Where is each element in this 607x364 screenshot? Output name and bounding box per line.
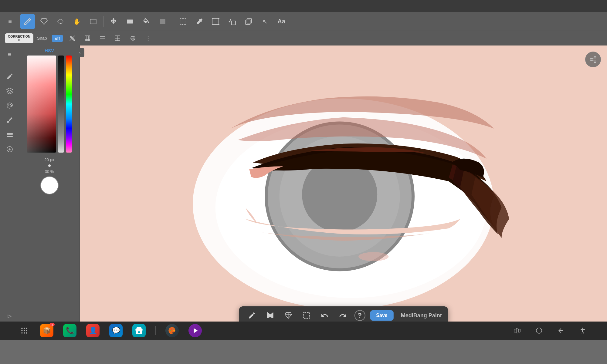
svg-line-55 xyxy=(592,58,594,59)
edit-icon-btn[interactable] xyxy=(3,70,16,83)
panel-collapse-btn[interactable]: ‹ xyxy=(75,48,84,57)
move-tool-btn[interactable] xyxy=(106,14,121,29)
svg-rect-71 xyxy=(514,329,516,332)
add-circle-btn[interactable] xyxy=(3,143,16,156)
stamp-tool-btn[interactable] xyxy=(36,14,52,29)
back-btn[interactable] xyxy=(555,325,567,337)
text-tool-btn[interactable]: Aa xyxy=(274,14,289,29)
svg-rect-10 xyxy=(232,21,236,25)
brush-size-preview xyxy=(22,162,77,169)
svg-rect-11 xyxy=(246,20,250,24)
forward-btn[interactable]: ⊳ xyxy=(3,309,16,323)
correction-badge[interactable]: CORRECTION 0 xyxy=(5,33,33,43)
correction-label: CORRECTION xyxy=(8,35,30,38)
home-btn[interactable] xyxy=(533,325,545,337)
grid-overlay-btn[interactable] xyxy=(82,32,93,44)
svg-point-57 xyxy=(21,328,22,329)
layers-icon-btn[interactable] xyxy=(3,84,16,98)
brush-settings-btn[interactable] xyxy=(3,113,16,127)
lasso-tool-btn[interactable] xyxy=(53,14,68,29)
parallel-overlay-btn[interactable] xyxy=(97,32,108,44)
save-button[interactable]: Save xyxy=(370,310,393,321)
recent-apps-btn[interactable] xyxy=(511,325,523,337)
svg-point-60 xyxy=(21,330,22,331)
svg-point-62 xyxy=(26,330,27,331)
svg-point-75 xyxy=(582,328,583,329)
system-bar xyxy=(0,0,607,12)
oblique-overlay-btn[interactable] xyxy=(112,32,124,44)
color-square-btn[interactable] xyxy=(155,14,170,29)
bottom-pencil-btn[interactable] xyxy=(263,309,276,322)
layer-copy-btn[interactable] xyxy=(241,14,256,29)
bottom-help-btn[interactable]: ? xyxy=(354,310,365,321)
pen-tool-btn[interactable] xyxy=(20,14,35,29)
svg-point-34 xyxy=(8,104,9,105)
contacts-app-icon[interactable]: 👤 xyxy=(86,324,100,337)
size-dot xyxy=(48,164,51,167)
svg-line-54 xyxy=(592,60,594,61)
bottom-pen-btn[interactable] xyxy=(245,309,258,322)
free-transform-btn[interactable] xyxy=(225,14,240,29)
svg-point-65 xyxy=(26,332,27,333)
messages-app-icon[interactable]: 💬 xyxy=(109,324,123,337)
share-btn[interactable] xyxy=(585,52,601,67)
drawing-canvas[interactable] xyxy=(80,46,607,340)
app-logo: MediBang Paint xyxy=(401,312,442,319)
color-palette-btn[interactable] xyxy=(3,99,16,112)
svg-rect-66 xyxy=(138,331,140,333)
rect-select-btn[interactable] xyxy=(86,14,101,29)
svg-point-9 xyxy=(218,24,219,25)
bottom-eraser-btn[interactable] xyxy=(281,309,295,322)
hamburger-sidebar-btn[interactable]: ≡ xyxy=(3,48,16,61)
phone-app-icon[interactable]: 📞 xyxy=(63,324,76,337)
toolbar-row1: ≡ ✋ xyxy=(0,12,607,31)
svg-point-7 xyxy=(218,18,219,19)
svg-point-35 xyxy=(10,104,11,105)
divider1 xyxy=(103,16,103,27)
hamburger-menu-btn[interactable]: ≡ xyxy=(2,14,18,29)
bottom-redo-btn[interactable] xyxy=(336,309,349,322)
color-swatch[interactable] xyxy=(40,176,59,194)
accessibility-btn[interactable] xyxy=(577,325,589,337)
svg-point-33 xyxy=(8,105,8,106)
snap-toggle-btn[interactable]: off xyxy=(52,35,63,42)
circle-overlay-btn[interactable] xyxy=(127,32,139,44)
svg-point-51 xyxy=(594,56,596,58)
divider2 xyxy=(173,16,173,27)
store-app-icon[interactable] xyxy=(132,324,146,337)
svg-point-61 xyxy=(24,330,25,331)
canvas-area[interactable]: ? Save MediBang Paint xyxy=(80,46,607,340)
svg-rect-5 xyxy=(213,19,219,25)
bottom-undo-btn[interactable] xyxy=(318,309,331,322)
svg-rect-39 xyxy=(7,136,13,137)
notification-app-icon[interactable]: 📦 1 xyxy=(40,324,53,337)
svg-point-53 xyxy=(594,61,596,63)
brush-size-label: 20 px xyxy=(45,157,54,162)
eyedropper-btn[interactable] xyxy=(192,14,207,29)
opacity-label: 30 % xyxy=(45,169,54,174)
android-nav-controls xyxy=(511,325,589,337)
select-pointer-btn[interactable]: ↖ xyxy=(257,14,273,29)
more-options-btn[interactable]: ⋮ xyxy=(142,32,154,44)
svg-point-58 xyxy=(24,328,25,329)
marquee-btn[interactable] xyxy=(175,14,191,29)
bottom-selection-btn[interactable] xyxy=(300,309,313,322)
android-nav-apps: 📦 1 📞 👤 💬 xyxy=(18,324,202,337)
svg-rect-73 xyxy=(518,329,520,332)
snap-label: Snap xyxy=(37,36,47,41)
hand-tool-btn[interactable]: ✋ xyxy=(69,14,84,29)
app-drawer-btn[interactable] xyxy=(18,325,30,337)
crosshatch-overlay-btn[interactable] xyxy=(66,32,78,44)
layer-stack-btn[interactable] xyxy=(3,128,16,141)
fill-rect-btn[interactable] xyxy=(122,14,137,29)
transform-btn[interactable] xyxy=(208,14,223,29)
paint-app-icon[interactable] xyxy=(165,324,179,337)
svg-point-70 xyxy=(174,330,175,331)
svg-rect-72 xyxy=(516,328,518,333)
purple-app-icon[interactable] xyxy=(188,324,202,337)
svg-point-59 xyxy=(26,328,27,329)
svg-rect-37 xyxy=(7,133,13,134)
fill-tool-btn[interactable] xyxy=(139,14,154,29)
svg-point-50 xyxy=(358,252,388,261)
svg-point-64 xyxy=(24,332,25,333)
